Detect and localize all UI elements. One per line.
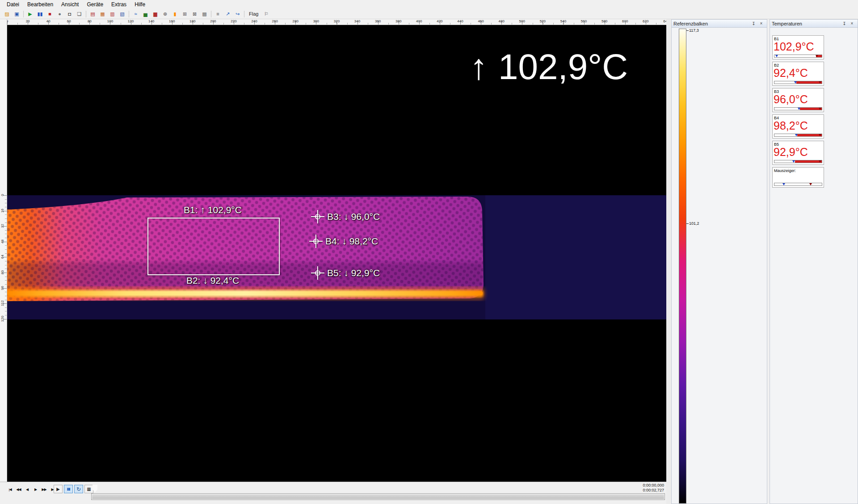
max-temp-value: 102,9°C xyxy=(498,48,628,86)
min-marker-icon[interactable] xyxy=(798,108,800,110)
temperature-range-bar[interactable] xyxy=(774,134,822,137)
max-marker-icon[interactable] xyxy=(816,55,818,57)
playback-frame-button[interactable]: ▦ xyxy=(84,485,93,493)
go-start-button[interactable]: |◀ xyxy=(6,486,14,493)
pause-button[interactable]: ▮▮ xyxy=(35,10,45,18)
panel-splitter[interactable] xyxy=(666,19,671,504)
curve-button[interactable]: ↗ xyxy=(223,10,232,18)
profile-chart-button[interactable]: ≈ xyxy=(131,10,140,18)
max-marker-icon[interactable] xyxy=(809,183,812,185)
panel-referenzbalken: Referenzbalken ↧ × 117,3101,2 xyxy=(671,19,767,504)
play-button[interactable]: ▶ xyxy=(25,10,35,18)
temperature-range-bar[interactable] xyxy=(774,107,822,110)
toolbar-separator xyxy=(23,11,24,17)
fast-forward-button[interactable]: ▶▶ xyxy=(40,486,48,493)
min-marker-icon[interactable] xyxy=(775,55,778,57)
ruler-label: 32 xyxy=(0,220,4,232)
snapshot-button[interactable]: ◘ xyxy=(65,10,74,18)
checker-button[interactable]: ▩ xyxy=(200,10,209,18)
temperature-range-bar[interactable] xyxy=(774,160,822,163)
max-marker-icon[interactable] xyxy=(819,108,821,110)
close-icon[interactable]: × xyxy=(848,20,856,27)
menu-item-ansicht[interactable]: Ansicht xyxy=(57,0,83,8)
ruler-label: 320 xyxy=(334,19,340,23)
menu-item-datei[interactable]: Datei xyxy=(3,0,23,8)
ruler-label: 120 xyxy=(128,19,134,23)
config-button[interactable]: ⊠ xyxy=(190,10,199,18)
max-temp-display: ↑ 102,9°C xyxy=(470,48,628,86)
mouse-pointer-label: Mauszeiger: xyxy=(773,168,824,173)
thermal-canvas[interactable]: ↑ 102,9°C B1: ↑ 102,9°C B2: ↓ 92,4°C B3:… xyxy=(7,25,666,482)
copy-button[interactable]: ❏ xyxy=(75,10,84,18)
min-marker-icon[interactable] xyxy=(795,134,798,136)
playback-play-button[interactable]: ▶ xyxy=(54,485,63,493)
step-forward-button[interactable]: ▶ xyxy=(32,486,39,493)
temperature-range-bar[interactable] xyxy=(774,183,822,186)
rewind-button[interactable]: ◀◀ xyxy=(15,486,22,493)
record-button[interactable]: ● xyxy=(55,10,64,18)
time-total: 0:00:02,727 xyxy=(643,488,664,493)
flag-button[interactable]: Flag xyxy=(246,10,261,18)
up-arrow-icon: ↑ xyxy=(470,48,488,86)
toolbar: ▨▣▶▮▮■●◘❏▤▦▥▧≈▅▆⊕▮⊞⊠▩≡↗↪Flag⚐ xyxy=(0,9,858,19)
ruler-label: 16 xyxy=(0,205,4,216)
timeline-times: 0:00:00,000 0:00:02,727 xyxy=(643,483,664,493)
pin-icon[interactable]: ↧ xyxy=(841,20,848,27)
max-marker-icon[interactable] xyxy=(819,134,821,136)
pin-icon[interactable]: ↧ xyxy=(750,20,757,27)
reference-colorbar[interactable] xyxy=(679,29,686,504)
report-button[interactable]: ▥ xyxy=(108,10,117,18)
range-fill xyxy=(797,134,822,136)
tag-button[interactable]: ⚐ xyxy=(261,10,271,18)
min-marker-icon[interactable] xyxy=(782,183,785,185)
referenzbalken-titlebar: Referenzbalken ↧ × xyxy=(672,20,767,28)
panel-temperaturen: Temperaturen ↧ × B1102,9°CB292,4°CB396,0… xyxy=(770,19,858,504)
close-icon[interactable]: × xyxy=(757,20,765,27)
scale-button[interactable]: ≡ xyxy=(213,10,223,18)
toolbar-separator xyxy=(244,11,244,17)
measure-point-b4[interactable] xyxy=(309,235,323,248)
open-button[interactable]: ▨ xyxy=(2,10,12,18)
ruler-label: 280 xyxy=(293,19,299,23)
min-marker-icon[interactable] xyxy=(792,160,795,163)
ruler-label: 300 xyxy=(313,19,319,23)
ruler-label: 400 xyxy=(416,19,422,23)
max-marker-icon[interactable] xyxy=(819,81,821,84)
histogram-button[interactable]: ▅ xyxy=(141,10,150,18)
temperature-card-b5: B592,9°C xyxy=(772,141,824,165)
playback-pause-button[interactable]: ▮▮ xyxy=(64,485,73,493)
max-marker-icon[interactable] xyxy=(819,160,821,163)
menu-item-bearbeiten[interactable]: Bearbeiten xyxy=(23,0,57,8)
menu-item-hilfe[interactable]: Hilfe xyxy=(130,0,149,8)
tools-button[interactable]: ⊕ xyxy=(160,10,170,18)
temperature-value: 92,9°C xyxy=(773,147,824,158)
measure-area-b1[interactable] xyxy=(147,218,280,275)
temperature-range-bar[interactable] xyxy=(774,81,822,84)
application-window: DateiBearbeitenAnsichtGeräteExtrasHilfe … xyxy=(0,0,858,504)
timeline-slider[interactable] xyxy=(91,493,665,500)
menu-item-geraete[interactable]: Geräte xyxy=(83,0,107,8)
table-button[interactable]: ⊞ xyxy=(180,10,189,18)
measure-point-b5[interactable] xyxy=(311,266,324,280)
menu-item-extras[interactable]: Extras xyxy=(107,0,130,8)
grid-view-button[interactable]: ▦ xyxy=(98,10,107,18)
temperature-range-bar[interactable] xyxy=(774,55,822,58)
step-back-button[interactable]: ◀ xyxy=(23,486,31,493)
measure-area-button[interactable]: ▤ xyxy=(88,10,97,18)
menu-bar: DateiBearbeitenAnsichtGeräteExtrasHilfe xyxy=(0,0,858,9)
min-marker-icon[interactable] xyxy=(794,81,797,84)
ruler-label: 600 xyxy=(622,19,628,23)
ruler-label: 112 xyxy=(0,298,4,309)
save-button[interactable]: ▣ xyxy=(12,10,21,18)
ruler-label: 0 xyxy=(0,189,4,201)
diagram-button[interactable]: ▆ xyxy=(151,10,160,18)
ruler-label: 520 xyxy=(540,19,546,23)
measure-point-b3[interactable] xyxy=(311,210,324,223)
temperature-card-b4: B498,2°C xyxy=(772,114,824,139)
layout-button[interactable]: ▧ xyxy=(118,10,127,18)
palette-button[interactable]: ▮ xyxy=(170,10,180,18)
ruler-label: 20 xyxy=(26,19,30,23)
playback-loop-button[interactable]: ↻ xyxy=(74,485,83,493)
stop-button[interactable]: ■ xyxy=(45,10,55,18)
smooth-curve-button[interactable]: ↪ xyxy=(233,10,242,18)
